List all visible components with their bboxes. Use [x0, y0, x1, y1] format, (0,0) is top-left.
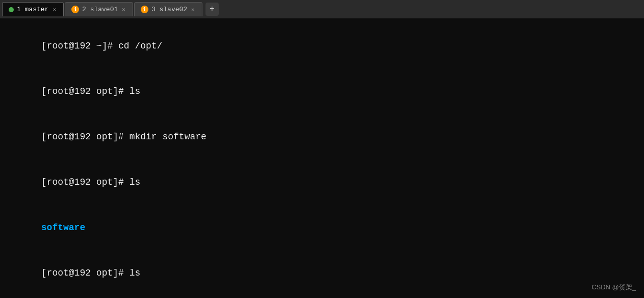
line-6: [root@192 opt]# ls — [8, 251, 636, 296]
prompt-4: [root@192 opt]# — [41, 177, 130, 187]
terminal-content[interactable]: [root@192 ~]# cd /opt/ [root@192 opt]# l… — [0, 18, 644, 298]
cmd-2: ls — [130, 86, 141, 96]
line-5-output: software — [8, 205, 636, 251]
tab-slave02-label: 3 slave02 — [151, 6, 187, 13]
terminal-window: 1 master ✕ ℹ 2 slave01 ✕ ℹ 3 slave02 ✕ +… — [0, 0, 644, 298]
tab-slave01-icon: ℹ — [71, 6, 79, 13]
line-2: [root@192 opt]# ls — [8, 69, 636, 114]
cmd-1: cd /opt/ — [118, 41, 162, 51]
cmd-3: mkdir software — [130, 132, 207, 142]
prompt-2: [root@192 opt]# — [41, 86, 130, 96]
tab-slave02-icon: ℹ — [141, 6, 148, 13]
prompt-1: [root@192 ~]# — [41, 41, 118, 51]
tab-slave01-close[interactable]: ✕ — [121, 6, 126, 13]
tab-master-dot — [9, 7, 14, 12]
output-software-1: software — [41, 222, 85, 233]
tab-slave02[interactable]: ℹ 3 slave02 ✕ — [134, 2, 202, 16]
watermark: CSDN @贺架_ — [591, 282, 636, 293]
prompt-3: [root@192 opt]# — [41, 132, 130, 142]
tab-master[interactable]: 1 master ✕ — [2, 2, 64, 16]
prompt-6: [root@192 opt]# — [41, 268, 130, 278]
tab-slave01-label: 2 slave01 — [82, 6, 118, 13]
cmd-4: ls — [130, 177, 141, 187]
line-1: [root@192 ~]# cd /opt/ — [8, 23, 636, 69]
tab-master-label: 1 master — [17, 6, 48, 13]
tab-master-close[interactable]: ✕ — [51, 6, 57, 13]
add-tab-button[interactable]: + — [205, 3, 219, 16]
line-7-output: software — [8, 296, 636, 298]
tab-bar: 1 master ✕ ℹ 2 slave01 ✕ ℹ 3 slave02 ✕ + — [0, 0, 644, 18]
line-3: [root@192 opt]# mkdir software — [8, 114, 636, 160]
tab-slave02-close[interactable]: ✕ — [190, 6, 196, 13]
cmd-6: ls — [130, 268, 141, 278]
line-4: [root@192 opt]# ls — [8, 160, 636, 205]
tab-slave01[interactable]: ℹ 2 slave01 ✕ — [65, 2, 133, 16]
